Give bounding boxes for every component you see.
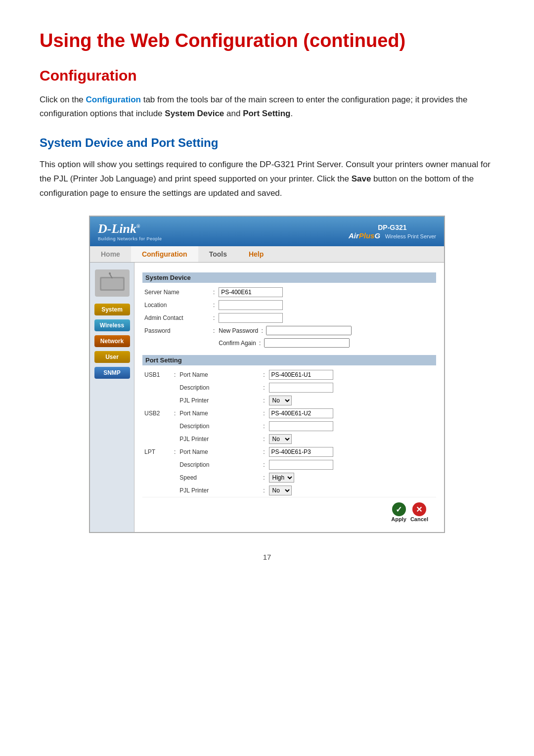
- page-number: 17: [40, 553, 494, 561]
- cancel-label: Cancel: [410, 516, 428, 522]
- content-area: System Device Server Name : Location :: [134, 263, 444, 532]
- usb2-portname-row: USB2 : Port Name :: [142, 407, 436, 420]
- lpt-blank1: [142, 458, 172, 471]
- lpt-blank6: [172, 484, 178, 497]
- sidebar: System Wireless Network User SNMP: [90, 263, 134, 532]
- apply-button[interactable]: ✓ Apply: [391, 502, 406, 522]
- usb2-blank1: [142, 420, 172, 433]
- usb2-desc-input[interactable]: [269, 421, 333, 431]
- intro-paragraph: Click on the Configuration tab from the …: [40, 93, 494, 122]
- usb2-portname-input[interactable]: [269, 408, 333, 418]
- new-password-input[interactable]: [266, 326, 352, 335]
- usb2-desc-label: Description: [178, 420, 261, 433]
- cancel-icon: ✕: [412, 502, 426, 516]
- nav-configuration[interactable]: Configuration: [131, 246, 198, 262]
- usb1-pjl-colon: :: [261, 394, 267, 407]
- usb1-desc-cell: [267, 381, 436, 394]
- nav-home[interactable]: Home: [90, 246, 131, 262]
- lpt-portname-row: LPT : Port Name :: [142, 445, 436, 458]
- lpt-blank5: [142, 484, 172, 497]
- usb1-pjl-row: PJL Printer : No Yes: [142, 394, 436, 407]
- colon1: :: [211, 286, 217, 299]
- sidebar-snmp-btn[interactable]: SNMP: [94, 367, 130, 379]
- usb1-desc-input[interactable]: [269, 383, 333, 393]
- usb1-blank1: [142, 381, 172, 394]
- cancel-button[interactable]: ✕ Cancel: [410, 502, 428, 522]
- usb2-pjl-colon: :: [261, 433, 267, 445]
- g-text: G: [374, 231, 380, 240]
- lpt-desc-row: Description :: [142, 458, 436, 471]
- nav-help[interactable]: Help: [238, 246, 274, 262]
- confirm-again-input[interactable]: [264, 338, 350, 348]
- apply-icon: ✓: [392, 502, 406, 516]
- usb1-desc-label: Description: [178, 381, 261, 394]
- admin-contact-row: Admin Contact :: [142, 311, 436, 324]
- lpt-portname-cell: [267, 445, 436, 458]
- usb1-desc-row: Description :: [142, 381, 436, 394]
- system-device-form: Server Name : Location : Admin Contact :: [142, 286, 436, 349]
- usb1-pjl-cell: No Yes: [267, 394, 436, 407]
- admin-contact-input[interactable]: [219, 313, 283, 323]
- lpt-desc-label: Description: [178, 458, 261, 471]
- lpt-portname-input[interactable]: [269, 447, 333, 457]
- server-name-row: Server Name :: [142, 286, 436, 299]
- location-cell: [217, 299, 436, 311]
- usb2-blank2: [172, 420, 178, 433]
- logo-tagline: Building Networks for People: [98, 236, 162, 241]
- wireless-print-server: Wireless Print Server: [385, 233, 436, 239]
- usb2-label: USB2: [142, 407, 172, 420]
- dlink-logo: D-Link® Building Networks for People: [98, 222, 162, 241]
- intro-bold1: System Device: [165, 109, 224, 118]
- lpt-speed-label: Speed: [178, 471, 261, 484]
- password-cell: New Password :: [217, 324, 436, 337]
- lpt-colon: :: [172, 445, 178, 458]
- link-text: Link: [111, 222, 136, 236]
- header-right: DP-G321 AirPlusG Wireless Print Server: [349, 223, 436, 240]
- lpt-speed-select[interactable]: High Low: [269, 473, 294, 483]
- lpt-pjl-label: PJL Printer: [178, 484, 261, 497]
- nav-tools[interactable]: Tools: [198, 246, 238, 262]
- usb2-desc-colon: :: [261, 420, 267, 433]
- sidebar-user-btn[interactable]: User: [94, 351, 130, 363]
- server-name-input[interactable]: [219, 287, 283, 297]
- usb2-pjl-label: PJL Printer: [178, 433, 261, 445]
- server-name-label: Server Name: [142, 286, 211, 299]
- colon3: :: [211, 311, 217, 324]
- confirm-cell: Confirm Again :: [217, 337, 436, 349]
- lpt-pjl-cell: No Yes: [267, 484, 436, 497]
- sidebar-network-btn[interactable]: Network: [94, 335, 130, 347]
- lpt-speed-colon: :: [261, 471, 267, 484]
- airplus-logo: AirPlusG Wireless Print Server: [349, 231, 436, 240]
- subsection-title: System Device and Port Setting: [40, 136, 494, 150]
- plus-text: Plus: [359, 231, 375, 240]
- intro-and: and: [224, 109, 243, 118]
- intro-bold2: Port Setting: [243, 109, 290, 118]
- colon5: [211, 337, 217, 349]
- sidebar-system-btn[interactable]: System: [94, 304, 130, 315]
- confirm-label-blank: [142, 337, 211, 349]
- location-input[interactable]: [219, 300, 283, 310]
- password-label: Password: [142, 324, 211, 337]
- lpt-pjl-select[interactable]: No Yes: [269, 486, 292, 495]
- confirm-again-label: Confirm Again: [219, 340, 256, 347]
- confirm-colon: :: [259, 340, 261, 347]
- usb1-portname-input[interactable]: [269, 370, 333, 380]
- usb1-blank3: [142, 394, 172, 407]
- usb2-desc-row: Description :: [142, 420, 436, 433]
- sidebar-wireless-btn[interactable]: Wireless: [94, 319, 130, 331]
- ui-screenshot: D-Link® Building Networks for People DP-…: [89, 216, 445, 533]
- usb2-pjl-select[interactable]: No Yes: [269, 434, 292, 444]
- usb1-colon: :: [172, 368, 178, 381]
- usb2-desc-cell: [267, 420, 436, 433]
- usb1-portname-row: USB1 : Port Name :: [142, 368, 436, 381]
- model-name: DP-G321: [349, 223, 436, 231]
- usb2-blank4: [172, 433, 178, 445]
- lpt-pjl-row: PJL Printer : No Yes: [142, 484, 436, 497]
- usb2-portname-cell: [267, 407, 436, 420]
- usb1-pjl-select[interactable]: No Yes: [269, 396, 292, 405]
- server-name-cell: [217, 286, 436, 299]
- section-title: Configuration: [40, 67, 494, 84]
- usb1-portname-cell: [267, 368, 436, 381]
- lpt-desc-input[interactable]: [269, 460, 333, 470]
- svg-point-3: [109, 272, 111, 274]
